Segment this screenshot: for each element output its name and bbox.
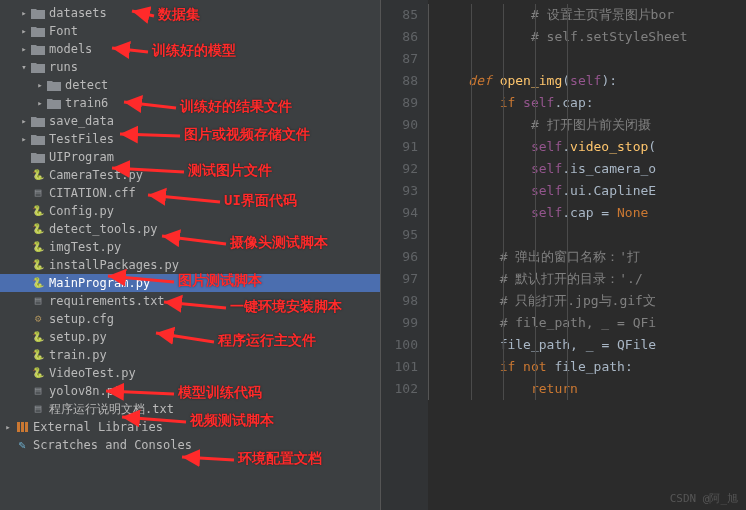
- code-line[interactable]: # 弹出的窗口名称：'打: [428, 246, 746, 268]
- tree-item[interactable]: TestFiles: [0, 130, 380, 148]
- tree-item[interactable]: datasets: [0, 4, 380, 22]
- tree-item[interactable]: External Libraries: [0, 418, 380, 436]
- code-line[interactable]: # 打开图片前关闭摄: [428, 114, 746, 136]
- line-number: 96: [381, 246, 428, 268]
- svg-rect-1: [21, 422, 24, 432]
- line-number: 102: [381, 378, 428, 400]
- tree-item[interactable]: 🐍VideoTest.py: [0, 364, 380, 382]
- expand-icon[interactable]: [18, 112, 30, 130]
- code-line[interactable]: self.cap = None: [428, 202, 746, 224]
- tree-item[interactable]: ⚙setup.cfg: [0, 310, 380, 328]
- tree-item[interactable]: ▤requirements.txt: [0, 292, 380, 310]
- file-icon: ▤: [30, 186, 46, 200]
- code-line[interactable]: if not file_path:: [428, 356, 746, 378]
- tree-item[interactable]: 🐍CameraTest.py: [0, 166, 380, 184]
- python-file-icon: 🐍: [30, 276, 46, 290]
- expand-icon[interactable]: [18, 130, 30, 148]
- svg-rect-0: [17, 422, 20, 432]
- tree-item-label: 程序运行说明文档.txt: [49, 400, 174, 418]
- tree-item[interactable]: 🐍detect_tools.py: [0, 220, 380, 238]
- tree-item[interactable]: 🐍Config.py: [0, 202, 380, 220]
- line-number: 90: [381, 114, 428, 136]
- tree-item-label: train6: [65, 94, 108, 112]
- line-number: 87: [381, 48, 428, 70]
- code-line[interactable]: return: [428, 378, 746, 400]
- tree-item[interactable]: train6: [0, 94, 380, 112]
- expand-icon[interactable]: [34, 94, 46, 112]
- line-number: 93: [381, 180, 428, 202]
- collapse-icon[interactable]: [18, 58, 30, 76]
- line-number: 98: [381, 290, 428, 312]
- tree-item-label: setup.cfg: [49, 310, 114, 328]
- tree-item[interactable]: 🐍train.py: [0, 346, 380, 364]
- line-number: 94: [381, 202, 428, 224]
- file-icon: ▤: [30, 384, 46, 398]
- tree-item[interactable]: models: [0, 40, 380, 58]
- expand-icon[interactable]: [18, 22, 30, 40]
- file-icon: ▤: [30, 294, 46, 308]
- expand-icon[interactable]: [18, 4, 30, 22]
- code-line[interactable]: # 只能打开.jpg与.gif文: [428, 290, 746, 312]
- tree-item[interactable]: 🐍imgTest.py: [0, 238, 380, 256]
- code-line[interactable]: [428, 48, 746, 70]
- code-line[interactable]: # file_path, _ = QFi: [428, 312, 746, 334]
- tree-item-label: CameraTest.py: [49, 166, 143, 184]
- expand-icon[interactable]: [34, 76, 46, 94]
- code-editor[interactable]: # 设置主页背景图片bor # self.setStyleSheet def o…: [428, 0, 746, 510]
- tree-item-label: datasets: [49, 4, 107, 22]
- python-file-icon: 🐍: [30, 348, 46, 362]
- line-number: 100: [381, 334, 428, 356]
- tree-item-label: yolov8n.pt: [49, 382, 121, 400]
- code-line[interactable]: self.video_stop(: [428, 136, 746, 158]
- tree-item-label: MainProgram.py: [49, 274, 150, 292]
- tree-item[interactable]: runs: [0, 58, 380, 76]
- tree-item-label: VideoTest.py: [49, 364, 136, 382]
- tree-item-label: installPackages.py: [49, 256, 179, 274]
- code-line[interactable]: [428, 224, 746, 246]
- tree-item-label: TestFiles: [49, 130, 114, 148]
- code-line[interactable]: self.is_camera_o: [428, 158, 746, 180]
- code-line[interactable]: file_path, _ = QFile: [428, 334, 746, 356]
- svg-rect-2: [25, 422, 28, 432]
- expand-icon[interactable]: [2, 418, 14, 436]
- python-file-icon: 🐍: [30, 258, 46, 272]
- tree-item[interactable]: 🐍MainProgram.py: [0, 274, 380, 292]
- tree-item[interactable]: ▤程序运行说明文档.txt: [0, 400, 380, 418]
- tree-item-label: runs: [49, 58, 78, 76]
- tree-item[interactable]: 🐍installPackages.py: [0, 256, 380, 274]
- file-icon: ▤: [30, 402, 46, 416]
- tree-item-label: External Libraries: [33, 418, 163, 436]
- tree-item[interactable]: ▤yolov8n.pt: [0, 382, 380, 400]
- folder-icon: [46, 96, 62, 110]
- code-line[interactable]: self.ui.CaplineE: [428, 180, 746, 202]
- tree-item-label: imgTest.py: [49, 238, 121, 256]
- line-number: 89: [381, 92, 428, 114]
- folder-icon: [46, 78, 62, 92]
- tree-item[interactable]: ▤CITATION.cff: [0, 184, 380, 202]
- python-file-icon: 🐍: [30, 366, 46, 380]
- tree-item[interactable]: 🐍setup.py: [0, 328, 380, 346]
- code-line[interactable]: if self.cap:: [428, 92, 746, 114]
- code-line[interactable]: # 设置主页背景图片bor: [428, 4, 746, 26]
- code-line[interactable]: def open_img(self):: [428, 70, 746, 92]
- tree-item[interactable]: UIProgram: [0, 148, 380, 166]
- tree-item-label: detect: [65, 76, 108, 94]
- tree-item-label: CITATION.cff: [49, 184, 136, 202]
- line-number: 101: [381, 356, 428, 378]
- tree-item[interactable]: detect: [0, 76, 380, 94]
- folder-icon: [30, 24, 46, 38]
- tree-item[interactable]: save_data: [0, 112, 380, 130]
- python-file-icon: 🐍: [30, 204, 46, 218]
- expand-icon[interactable]: [18, 40, 30, 58]
- line-number: 85: [381, 4, 428, 26]
- tree-item[interactable]: ✎Scratches and Consoles: [0, 436, 380, 454]
- tree-item-label: models: [49, 40, 92, 58]
- code-line[interactable]: # self.setStyleSheet: [428, 26, 746, 48]
- python-file-icon: 🐍: [30, 168, 46, 182]
- folder-icon: [30, 132, 46, 146]
- tree-item[interactable]: Font: [0, 22, 380, 40]
- code-line[interactable]: # 默认打开的目录：'./: [428, 268, 746, 290]
- editor-gutter: 858687888990919293949596979899100101102: [380, 0, 428, 510]
- project-tree[interactable]: datasetsFontmodelsrunsdetecttrain6save_d…: [0, 0, 380, 510]
- tree-item-label: train.py: [49, 346, 107, 364]
